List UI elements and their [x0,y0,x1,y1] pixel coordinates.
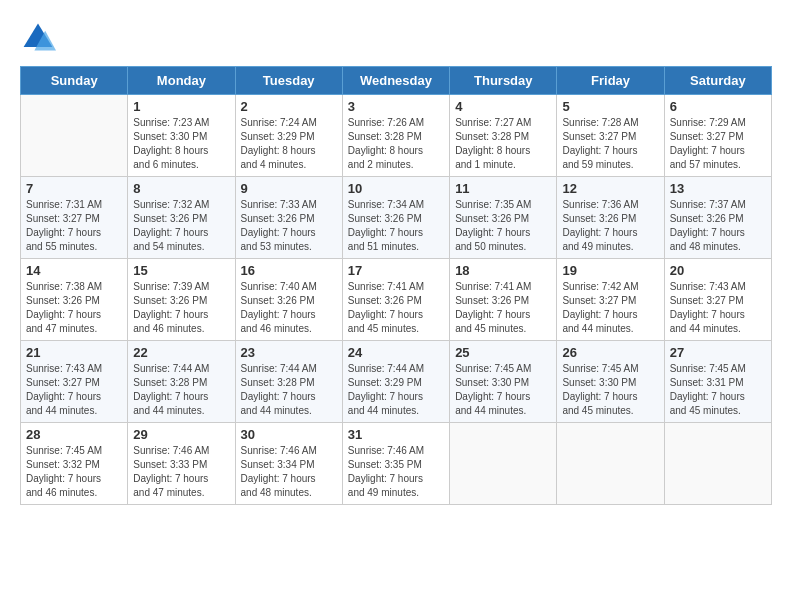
day-info: Sunrise: 7:36 AM Sunset: 3:26 PM Dayligh… [562,198,658,254]
day-number: 19 [562,263,658,278]
day-number: 13 [670,181,766,196]
day-number: 7 [26,181,122,196]
day-number: 3 [348,99,444,114]
calendar-cell [664,423,771,505]
calendar-week-row: 28Sunrise: 7:45 AM Sunset: 3:32 PM Dayli… [21,423,772,505]
day-number: 1 [133,99,229,114]
day-number: 6 [670,99,766,114]
calendar-cell: 6Sunrise: 7:29 AM Sunset: 3:27 PM Daylig… [664,95,771,177]
weekday-header: Thursday [450,67,557,95]
day-info: Sunrise: 7:31 AM Sunset: 3:27 PM Dayligh… [26,198,122,254]
calendar-cell: 12Sunrise: 7:36 AM Sunset: 3:26 PM Dayli… [557,177,664,259]
day-number: 5 [562,99,658,114]
day-number: 9 [241,181,337,196]
day-number: 27 [670,345,766,360]
page-header [20,20,772,56]
day-number: 21 [26,345,122,360]
calendar-cell: 28Sunrise: 7:45 AM Sunset: 3:32 PM Dayli… [21,423,128,505]
day-info: Sunrise: 7:40 AM Sunset: 3:26 PM Dayligh… [241,280,337,336]
day-info: Sunrise: 7:43 AM Sunset: 3:27 PM Dayligh… [26,362,122,418]
day-info: Sunrise: 7:46 AM Sunset: 3:34 PM Dayligh… [241,444,337,500]
day-info: Sunrise: 7:46 AM Sunset: 3:33 PM Dayligh… [133,444,229,500]
calendar-cell: 15Sunrise: 7:39 AM Sunset: 3:26 PM Dayli… [128,259,235,341]
calendar-week-row: 1Sunrise: 7:23 AM Sunset: 3:30 PM Daylig… [21,95,772,177]
day-info: Sunrise: 7:35 AM Sunset: 3:26 PM Dayligh… [455,198,551,254]
day-info: Sunrise: 7:41 AM Sunset: 3:26 PM Dayligh… [348,280,444,336]
calendar-cell: 1Sunrise: 7:23 AM Sunset: 3:30 PM Daylig… [128,95,235,177]
calendar-cell: 13Sunrise: 7:37 AM Sunset: 3:26 PM Dayli… [664,177,771,259]
calendar-table: SundayMondayTuesdayWednesdayThursdayFrid… [20,66,772,505]
day-info: Sunrise: 7:28 AM Sunset: 3:27 PM Dayligh… [562,116,658,172]
day-number: 4 [455,99,551,114]
day-info: Sunrise: 7:44 AM Sunset: 3:28 PM Dayligh… [133,362,229,418]
day-number: 18 [455,263,551,278]
calendar-cell: 23Sunrise: 7:44 AM Sunset: 3:28 PM Dayli… [235,341,342,423]
logo [20,20,62,56]
day-number: 16 [241,263,337,278]
calendar-week-row: 14Sunrise: 7:38 AM Sunset: 3:26 PM Dayli… [21,259,772,341]
day-info: Sunrise: 7:33 AM Sunset: 3:26 PM Dayligh… [241,198,337,254]
day-number: 28 [26,427,122,442]
day-number: 20 [670,263,766,278]
calendar-cell: 30Sunrise: 7:46 AM Sunset: 3:34 PM Dayli… [235,423,342,505]
calendar-cell: 5Sunrise: 7:28 AM Sunset: 3:27 PM Daylig… [557,95,664,177]
day-number: 22 [133,345,229,360]
calendar-cell [21,95,128,177]
weekday-header: Saturday [664,67,771,95]
day-info: Sunrise: 7:32 AM Sunset: 3:26 PM Dayligh… [133,198,229,254]
header-row: SundayMondayTuesdayWednesdayThursdayFrid… [21,67,772,95]
weekday-header: Monday [128,67,235,95]
day-info: Sunrise: 7:45 AM Sunset: 3:30 PM Dayligh… [562,362,658,418]
day-number: 29 [133,427,229,442]
day-info: Sunrise: 7:46 AM Sunset: 3:35 PM Dayligh… [348,444,444,500]
calendar-cell: 17Sunrise: 7:41 AM Sunset: 3:26 PM Dayli… [342,259,449,341]
calendar-cell: 19Sunrise: 7:42 AM Sunset: 3:27 PM Dayli… [557,259,664,341]
calendar-cell: 10Sunrise: 7:34 AM Sunset: 3:26 PM Dayli… [342,177,449,259]
day-number: 2 [241,99,337,114]
day-info: Sunrise: 7:24 AM Sunset: 3:29 PM Dayligh… [241,116,337,172]
calendar-cell [557,423,664,505]
calendar-cell: 16Sunrise: 7:40 AM Sunset: 3:26 PM Dayli… [235,259,342,341]
calendar-cell [450,423,557,505]
calendar-cell: 14Sunrise: 7:38 AM Sunset: 3:26 PM Dayli… [21,259,128,341]
calendar-cell: 26Sunrise: 7:45 AM Sunset: 3:30 PM Dayli… [557,341,664,423]
calendar-week-row: 7Sunrise: 7:31 AM Sunset: 3:27 PM Daylig… [21,177,772,259]
day-info: Sunrise: 7:42 AM Sunset: 3:27 PM Dayligh… [562,280,658,336]
day-number: 26 [562,345,658,360]
weekday-header: Sunday [21,67,128,95]
calendar-cell: 27Sunrise: 7:45 AM Sunset: 3:31 PM Dayli… [664,341,771,423]
day-number: 15 [133,263,229,278]
day-info: Sunrise: 7:41 AM Sunset: 3:26 PM Dayligh… [455,280,551,336]
calendar-cell: 21Sunrise: 7:43 AM Sunset: 3:27 PM Dayli… [21,341,128,423]
day-number: 24 [348,345,444,360]
calendar-cell: 4Sunrise: 7:27 AM Sunset: 3:28 PM Daylig… [450,95,557,177]
weekday-header: Friday [557,67,664,95]
weekday-header: Wednesday [342,67,449,95]
calendar-week-row: 21Sunrise: 7:43 AM Sunset: 3:27 PM Dayli… [21,341,772,423]
day-info: Sunrise: 7:26 AM Sunset: 3:28 PM Dayligh… [348,116,444,172]
day-number: 11 [455,181,551,196]
day-info: Sunrise: 7:29 AM Sunset: 3:27 PM Dayligh… [670,116,766,172]
logo-icon [20,20,56,56]
day-info: Sunrise: 7:43 AM Sunset: 3:27 PM Dayligh… [670,280,766,336]
day-info: Sunrise: 7:38 AM Sunset: 3:26 PM Dayligh… [26,280,122,336]
calendar-cell: 24Sunrise: 7:44 AM Sunset: 3:29 PM Dayli… [342,341,449,423]
day-info: Sunrise: 7:44 AM Sunset: 3:28 PM Dayligh… [241,362,337,418]
calendar-cell: 25Sunrise: 7:45 AM Sunset: 3:30 PM Dayli… [450,341,557,423]
day-info: Sunrise: 7:39 AM Sunset: 3:26 PM Dayligh… [133,280,229,336]
calendar-cell: 3Sunrise: 7:26 AM Sunset: 3:28 PM Daylig… [342,95,449,177]
day-number: 25 [455,345,551,360]
day-info: Sunrise: 7:45 AM Sunset: 3:31 PM Dayligh… [670,362,766,418]
day-number: 31 [348,427,444,442]
day-info: Sunrise: 7:23 AM Sunset: 3:30 PM Dayligh… [133,116,229,172]
day-number: 17 [348,263,444,278]
calendar-cell: 2Sunrise: 7:24 AM Sunset: 3:29 PM Daylig… [235,95,342,177]
day-info: Sunrise: 7:45 AM Sunset: 3:30 PM Dayligh… [455,362,551,418]
calendar-cell: 11Sunrise: 7:35 AM Sunset: 3:26 PM Dayli… [450,177,557,259]
calendar-cell: 20Sunrise: 7:43 AM Sunset: 3:27 PM Dayli… [664,259,771,341]
calendar-cell: 22Sunrise: 7:44 AM Sunset: 3:28 PM Dayli… [128,341,235,423]
day-number: 12 [562,181,658,196]
day-number: 10 [348,181,444,196]
calendar-cell: 8Sunrise: 7:32 AM Sunset: 3:26 PM Daylig… [128,177,235,259]
day-info: Sunrise: 7:37 AM Sunset: 3:26 PM Dayligh… [670,198,766,254]
